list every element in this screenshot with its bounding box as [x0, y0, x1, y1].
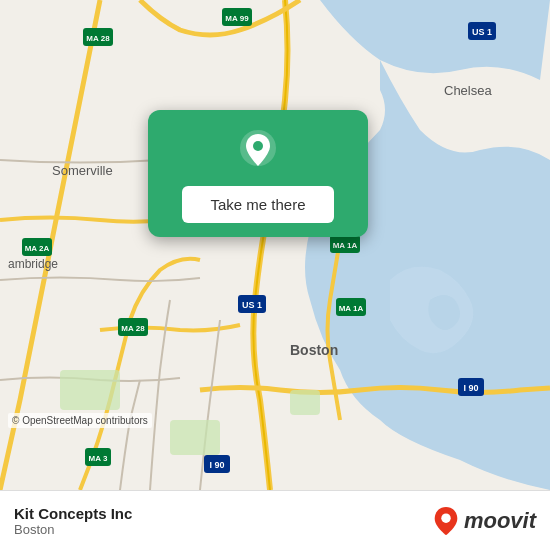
svg-text:US 1: US 1 — [472, 27, 492, 37]
svg-rect-2 — [170, 420, 220, 455]
moovit-logo: moovit — [432, 505, 536, 537]
business-name: Kit Concepts Inc — [14, 505, 132, 522]
svg-text:MA 1A: MA 1A — [339, 304, 364, 313]
osm-attribution: © OpenStreetMap contributors — [8, 413, 152, 428]
svg-rect-1 — [60, 370, 120, 410]
map-container: US 1 MA 99 MA 28 MA 28 US 1 MA 1A MA 1A … — [0, 0, 550, 490]
bottom-bar: Kit Concepts Inc Boston moovit — [0, 490, 550, 550]
svg-point-31 — [253, 141, 263, 151]
svg-text:MA 1A: MA 1A — [333, 241, 358, 250]
svg-text:MA 28: MA 28 — [86, 34, 110, 43]
take-me-there-button[interactable]: Take me there — [182, 186, 333, 223]
svg-text:Boston: Boston — [290, 342, 338, 358]
business-info: Kit Concepts Inc Boston — [14, 505, 132, 537]
svg-text:ambridge: ambridge — [8, 257, 58, 271]
svg-text:Chelsea: Chelsea — [444, 83, 492, 98]
svg-text:MA 28: MA 28 — [121, 324, 145, 333]
svg-text:MA 3: MA 3 — [89, 454, 108, 463]
svg-text:Somerville: Somerville — [52, 163, 113, 178]
moovit-text: moovit — [464, 508, 536, 534]
svg-point-32 — [441, 513, 450, 522]
svg-text:MA 99: MA 99 — [225, 14, 249, 23]
svg-text:MA 2A: MA 2A — [25, 244, 50, 253]
svg-text:I 90: I 90 — [209, 460, 224, 470]
svg-text:I 90: I 90 — [463, 383, 478, 393]
svg-rect-3 — [290, 390, 320, 415]
location-pin-icon — [236, 128, 280, 172]
svg-text:US 1: US 1 — [242, 300, 262, 310]
moovit-pin-icon — [432, 505, 460, 537]
business-city: Boston — [14, 522, 132, 537]
popup-card: Take me there — [148, 110, 368, 237]
